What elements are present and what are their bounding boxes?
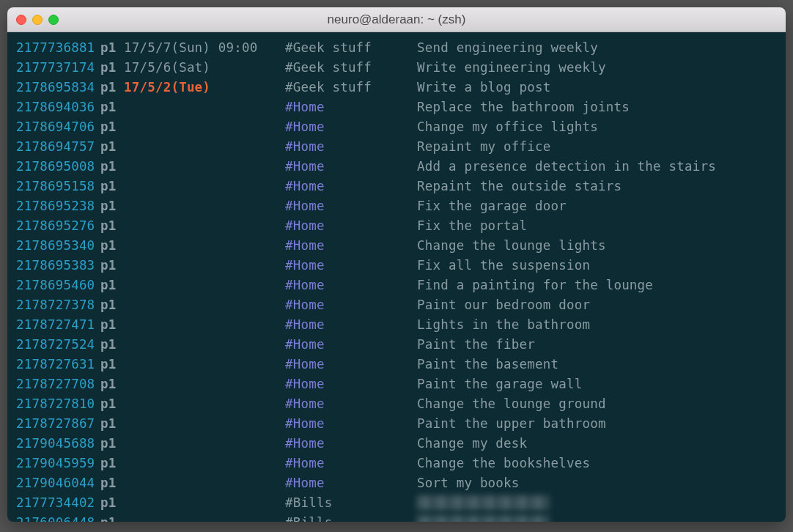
task-row: 2178727378p1#HomePaint our bedroom door xyxy=(16,295,777,315)
task-tag: #Home xyxy=(285,117,417,137)
task-tag: #Home xyxy=(285,454,417,473)
close-button[interactable] xyxy=(16,15,26,25)
task-priority: p1 xyxy=(100,137,124,157)
task-text: Add a presence detection in the stairs xyxy=(417,157,716,177)
task-date: 17/5/7(Sun) 09:00 xyxy=(124,38,285,58)
task-priority: p1 xyxy=(100,493,124,513)
task-tag: #Home xyxy=(285,256,417,276)
task-tag: #Home xyxy=(285,374,417,394)
task-date xyxy=(124,137,285,157)
task-date xyxy=(124,276,285,295)
task-id: 2178727631 xyxy=(16,355,100,374)
task-id: 2178694706 xyxy=(16,117,100,137)
task-date xyxy=(124,97,285,117)
task-priority: p1 xyxy=(100,157,124,177)
task-priority: p1 xyxy=(100,335,124,355)
task-id: 2178695158 xyxy=(16,177,100,196)
task-text-blurred xyxy=(417,515,549,522)
task-date xyxy=(124,454,285,473)
task-date xyxy=(124,196,285,216)
task-date: 17/5/6(Sat) xyxy=(124,58,285,78)
task-text: Fix the garage door xyxy=(417,196,567,216)
task-row: 2179045688p1#HomeChange my desk xyxy=(16,434,777,454)
task-id: 2178694757 xyxy=(16,137,100,157)
task-tag: #Home xyxy=(285,157,417,177)
task-row: 2177734402p1#Bills xyxy=(16,493,777,513)
task-date: 17/5/2(Tue) xyxy=(124,78,285,97)
task-text: Send engineering weekly xyxy=(417,38,598,58)
terminal-body[interactable]: 2177736881p117/5/7(Sun) 09:00#Geek stuff… xyxy=(7,32,786,522)
task-date xyxy=(124,493,285,513)
task-tag: #Home xyxy=(285,414,417,434)
task-row: 2178695158p1#HomeRepaint the outside sta… xyxy=(16,177,777,196)
task-tag: #Geek stuff xyxy=(285,38,417,58)
task-tag: #Home xyxy=(285,355,417,374)
task-priority: p1 xyxy=(100,434,124,454)
task-row: 2178695276p1#HomeFix the portal xyxy=(16,216,777,236)
task-row: 2178695008p1#HomeAdd a presence detectio… xyxy=(16,157,777,177)
task-date xyxy=(124,434,285,454)
task-text-blurred xyxy=(417,495,549,510)
task-tag: #Home xyxy=(285,434,417,454)
task-row: 2178727524p1#HomePaint the fiber xyxy=(16,335,777,355)
task-priority: p1 xyxy=(100,196,124,216)
task-date xyxy=(124,414,285,434)
task-date xyxy=(124,513,285,522)
task-tag: #Geek stuff xyxy=(285,58,417,78)
task-id: 2178695008 xyxy=(16,157,100,177)
task-text: Paint the upper bathroom xyxy=(417,414,606,434)
task-row: 2178694706p1#HomeChange my office lights xyxy=(16,117,777,137)
task-date xyxy=(124,256,285,276)
task-priority: p1 xyxy=(100,97,124,117)
task-row: 2178694757p1#HomeRepaint my office xyxy=(16,137,777,157)
zoom-button[interactable] xyxy=(48,15,59,25)
task-text: Paint the garage wall xyxy=(417,374,582,394)
task-tag: #Home xyxy=(285,276,417,295)
task-id: 2178727524 xyxy=(16,335,100,355)
task-id: 2178695276 xyxy=(16,216,100,236)
window-title: neuro@alderaan: ~ (zsh) xyxy=(16,12,777,27)
task-priority: p1 xyxy=(100,295,124,315)
task-id: 2178727708 xyxy=(16,374,100,394)
task-text: Paint the fiber xyxy=(417,335,535,355)
task-priority: p1 xyxy=(100,315,124,335)
task-tag: #Home xyxy=(285,177,417,196)
terminal-window: neuro@alderaan: ~ (zsh) 2177736881p117/5… xyxy=(7,7,786,522)
task-text: Sort my books xyxy=(417,473,520,493)
traffic-lights xyxy=(16,15,59,25)
task-text: Change the bookshelves xyxy=(417,454,590,473)
task-tag: #Bills xyxy=(285,493,417,513)
task-text: Repaint my office xyxy=(417,137,551,157)
task-id: 2177737174 xyxy=(16,58,100,78)
task-priority: p1 xyxy=(100,394,124,414)
task-priority: p1 xyxy=(100,355,124,374)
task-row: 2178695460p1#HomeFind a painting for the… xyxy=(16,276,777,295)
task-tag: #Home xyxy=(285,473,417,493)
task-id: 2178727471 xyxy=(16,315,100,335)
task-date xyxy=(124,335,285,355)
task-date xyxy=(124,117,285,137)
task-row: 2177737174p117/5/6(Sat)#Geek stuffWrite … xyxy=(16,58,777,78)
task-text: Find a painting for the lounge xyxy=(417,276,653,295)
task-row: 2178695834p117/5/2(Tue)#Geek stuffWrite … xyxy=(16,78,777,97)
task-row: 2179046044p1#HomeSort my books xyxy=(16,473,777,493)
task-date xyxy=(124,355,285,374)
task-date xyxy=(124,295,285,315)
task-row: 2178695340p1#HomeChange the lounge light… xyxy=(16,236,777,256)
task-text: Repaint the outside stairs xyxy=(417,177,622,196)
task-text: Change the lounge ground xyxy=(417,394,606,414)
task-priority: p1 xyxy=(100,454,124,473)
task-id: 2177734402 xyxy=(16,493,100,513)
task-priority: p1 xyxy=(100,276,124,295)
task-priority: p1 xyxy=(100,473,124,493)
task-id: 2178727810 xyxy=(16,394,100,414)
task-row: 2179045959p1#HomeChange the bookshelves xyxy=(16,454,777,473)
task-priority: p1 xyxy=(100,38,124,58)
minimize-button[interactable] xyxy=(32,15,43,25)
task-row: 2176006448p1#Bills xyxy=(16,513,777,522)
task-priority: p1 xyxy=(100,117,124,137)
task-tag: #Home xyxy=(285,315,417,335)
task-id: 2178695460 xyxy=(16,276,100,295)
task-priority: p1 xyxy=(100,216,124,236)
task-row: 2178695383p1#HomeFix all the suspension xyxy=(16,256,777,276)
